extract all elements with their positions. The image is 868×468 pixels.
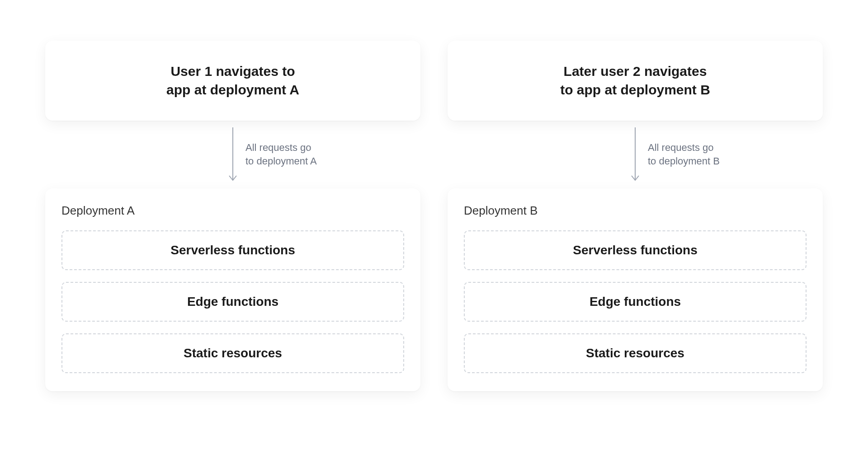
deployment-routing-diagram: User 1 navigates to app at deployment A …	[45, 41, 823, 391]
arrow-block-a: All requests go to deployment A	[45, 121, 420, 188]
arrow-down-icon	[630, 125, 641, 184]
user-card-b-text: Later user 2 navigates to app at deploym…	[560, 62, 710, 99]
resource-edge-a: Edge functions	[61, 282, 404, 322]
column-deployment-b: Later user 2 navigates to app at deploym…	[448, 41, 823, 391]
user-card-a: User 1 navigates to app at deployment A	[45, 41, 420, 121]
user-card-a-text: User 1 navigates to app at deployment A	[166, 62, 299, 99]
resource-static-b: Static resources	[464, 333, 807, 373]
resource-serverless-b: Serverless functions	[464, 230, 807, 270]
arrow-label-b: All requests go to deployment B	[648, 141, 720, 168]
arrow-label-a: All requests go to deployment A	[245, 141, 317, 168]
user-card-b: Later user 2 navigates to app at deploym…	[448, 41, 823, 121]
column-deployment-a: User 1 navigates to app at deployment A …	[45, 41, 420, 391]
arrow-block-b: All requests go to deployment B	[448, 121, 823, 188]
deployment-card-b: Deployment B Serverless functions Edge f…	[448, 188, 823, 391]
resource-edge-b: Edge functions	[464, 282, 807, 322]
deployment-card-a: Deployment A Serverless functions Edge f…	[45, 188, 420, 391]
deployment-title-a: Deployment A	[61, 204, 404, 218]
resource-static-a: Static resources	[61, 333, 404, 373]
arrow-down-icon	[227, 125, 238, 184]
deployment-title-b: Deployment B	[464, 204, 807, 218]
resource-serverless-a: Serverless functions	[61, 230, 404, 270]
